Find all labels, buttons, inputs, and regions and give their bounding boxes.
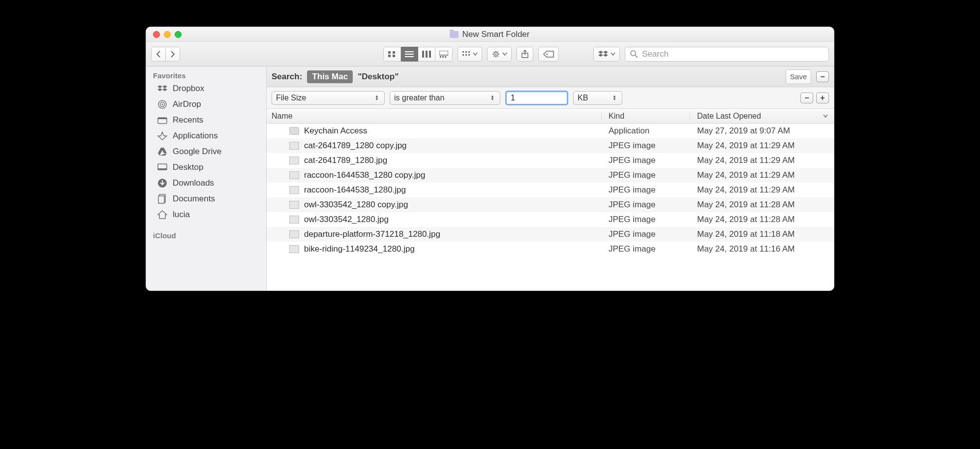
svg-rect-3 bbox=[393, 55, 395, 57]
remove-scope-button[interactable]: − bbox=[816, 71, 829, 82]
grid-icon bbox=[388, 51, 397, 58]
cell-date: May 24, 2019 at 11:28 AM bbox=[690, 200, 834, 210]
column-name[interactable]: Name bbox=[267, 112, 602, 121]
dropbox-menu-button[interactable] bbox=[593, 47, 620, 62]
svg-rect-12 bbox=[442, 56, 444, 58]
criteria-operator-label: is greater than bbox=[394, 94, 444, 102]
cell-kind: JPEG image bbox=[602, 170, 690, 180]
sidebar-item-applications[interactable]: Applications bbox=[146, 128, 266, 144]
criteria-operator-combo[interactable]: is greater than ▲▼ bbox=[390, 91, 500, 105]
view-list-button[interactable] bbox=[401, 47, 418, 62]
search-scope-bar: Search: This Mac "Desktop" Save − bbox=[267, 66, 834, 87]
search-field[interactable]: Search bbox=[625, 47, 829, 62]
remove-criteria-button[interactable]: − bbox=[800, 93, 813, 103]
view-icons-button[interactable] bbox=[383, 47, 401, 62]
search-icon bbox=[630, 50, 638, 58]
desktop-icon bbox=[157, 163, 168, 172]
columns-icon bbox=[422, 51, 431, 58]
main-panel: Search: This Mac "Desktop" Save − File S… bbox=[267, 66, 834, 290]
scope-desktop[interactable]: "Desktop" bbox=[358, 72, 398, 82]
svg-rect-16 bbox=[468, 51, 470, 53]
sidebar-item-label: Google Drive bbox=[173, 147, 221, 157]
gallery-icon bbox=[439, 51, 448, 58]
table-row[interactable]: Keychain AccessApplicationMay 27, 2019 a… bbox=[267, 124, 834, 138]
save-button[interactable]: Save bbox=[786, 69, 811, 84]
share-button[interactable] bbox=[517, 47, 533, 62]
image-thumb-icon bbox=[289, 186, 299, 194]
column-kind[interactable]: Kind bbox=[602, 112, 690, 121]
content: Favorites Dropbox AirDrop Recents Applic… bbox=[146, 66, 834, 290]
sidebar-item-desktop[interactable]: Desktop bbox=[146, 160, 266, 175]
svg-rect-4 bbox=[405, 51, 414, 52]
cell-name: owl-3303542_1280.jpg bbox=[267, 215, 602, 224]
criteria-unit-label: KB bbox=[578, 94, 588, 102]
sidebar-item-label: Dropbox bbox=[173, 84, 204, 94]
criteria-unit-combo[interactable]: KB ▲▼ bbox=[573, 91, 622, 105]
table-row[interactable]: cat-2641789_1280.jpgJPEG imageMay 24, 20… bbox=[267, 153, 834, 168]
column-date-label: Date Last Opened bbox=[697, 112, 761, 121]
forward-button[interactable] bbox=[166, 47, 180, 62]
cell-date: May 24, 2019 at 11:29 AM bbox=[690, 185, 834, 195]
file-name: owl-3303542_1280 copy.jpg bbox=[304, 200, 408, 210]
minimize-window-button[interactable] bbox=[164, 31, 171, 38]
file-name: cat-2641789_1280 copy.jpg bbox=[304, 141, 407, 151]
svg-point-24 bbox=[631, 51, 636, 56]
image-thumb-icon bbox=[289, 245, 299, 253]
scope-this-mac[interactable]: This Mac bbox=[307, 70, 353, 83]
tags-button[interactable] bbox=[538, 47, 559, 62]
image-thumb-icon bbox=[289, 230, 299, 238]
table-row[interactable]: cat-2641789_1280 copy.jpgJPEG imageMay 2… bbox=[267, 138, 834, 153]
image-thumb-icon bbox=[289, 171, 299, 179]
image-thumb-icon bbox=[289, 201, 299, 209]
stepper-icon: ▲▼ bbox=[373, 93, 380, 103]
sidebar-item-dropbox[interactable]: Dropbox bbox=[146, 81, 266, 96]
cell-name: cat-2641789_1280 copy.jpg bbox=[267, 141, 602, 151]
sidebar-item-home[interactable]: lucia bbox=[146, 207, 266, 223]
file-list[interactable]: Keychain AccessApplicationMay 27, 2019 a… bbox=[267, 124, 834, 290]
close-window-button[interactable] bbox=[153, 31, 160, 38]
table-row[interactable]: bike-riding-1149234_1280.jpgJPEG imageMa… bbox=[267, 242, 834, 257]
cell-name: bike-riding-1149234_1280.jpg bbox=[267, 244, 602, 254]
action-menu-button[interactable] bbox=[487, 47, 512, 62]
sidebar-item-airdrop[interactable]: AirDrop bbox=[146, 96, 266, 112]
svg-rect-32 bbox=[158, 168, 167, 170]
add-criteria-button[interactable]: + bbox=[816, 93, 829, 103]
chevron-down-icon bbox=[823, 114, 828, 118]
table-row[interactable]: raccoon-1644538_1280.jpgJPEG imageMay 24… bbox=[267, 183, 834, 197]
back-button[interactable] bbox=[151, 47, 166, 62]
chevron-down-icon bbox=[611, 52, 615, 56]
gear-icon bbox=[491, 50, 500, 58]
table-row[interactable]: raccoon-1644538_1280 copy.jpgJPEG imageM… bbox=[267, 168, 834, 183]
cell-kind: JPEG image bbox=[602, 244, 690, 254]
view-columns-button[interactable] bbox=[418, 47, 435, 62]
table-row[interactable]: departure-platform-371218_1280.jpgJPEG i… bbox=[267, 227, 834, 242]
image-thumb-icon bbox=[289, 216, 299, 224]
criteria-value-input[interactable] bbox=[505, 91, 568, 105]
sidebar-item-recents[interactable]: Recents bbox=[146, 112, 266, 128]
cell-date: May 24, 2019 at 11:16 AM bbox=[690, 244, 834, 254]
view-gallery-button[interactable] bbox=[435, 47, 453, 62]
cell-name: Keychain Access bbox=[267, 126, 602, 136]
file-name: bike-riding-1149234_1280.jpg bbox=[304, 244, 415, 254]
sidebar-item-label: Downloads bbox=[173, 178, 214, 188]
svg-point-21 bbox=[495, 53, 497, 55]
chevron-right-icon bbox=[170, 51, 176, 58]
table-row[interactable]: owl-3303542_1280.jpgJPEG imageMay 24, 20… bbox=[267, 212, 834, 227]
sidebar-item-label: Applications bbox=[173, 131, 218, 141]
sidebar-item-label: Documents bbox=[173, 194, 215, 204]
sidebar-item-googledrive[interactable]: Google Drive bbox=[146, 144, 266, 160]
svg-rect-35 bbox=[158, 196, 164, 203]
chevron-down-icon bbox=[502, 52, 507, 56]
criteria-attribute-combo[interactable]: File Size ▲▼ bbox=[272, 91, 385, 105]
svg-point-28 bbox=[162, 104, 163, 105]
sidebar-heading-icloud: iCloud bbox=[146, 229, 266, 241]
zoom-window-button[interactable] bbox=[175, 31, 182, 38]
column-date[interactable]: Date Last Opened bbox=[690, 112, 834, 121]
svg-rect-8 bbox=[426, 51, 428, 58]
svg-rect-0 bbox=[388, 51, 391, 54]
table-row[interactable]: owl-3303542_1280 copy.jpgJPEG imageMay 2… bbox=[267, 197, 834, 212]
sidebar-item-label: Desktop bbox=[173, 162, 203, 172]
arrange-menu-button[interactable] bbox=[458, 47, 482, 62]
sidebar-item-documents[interactable]: Documents bbox=[146, 191, 266, 207]
sidebar-item-downloads[interactable]: Downloads bbox=[146, 175, 266, 191]
